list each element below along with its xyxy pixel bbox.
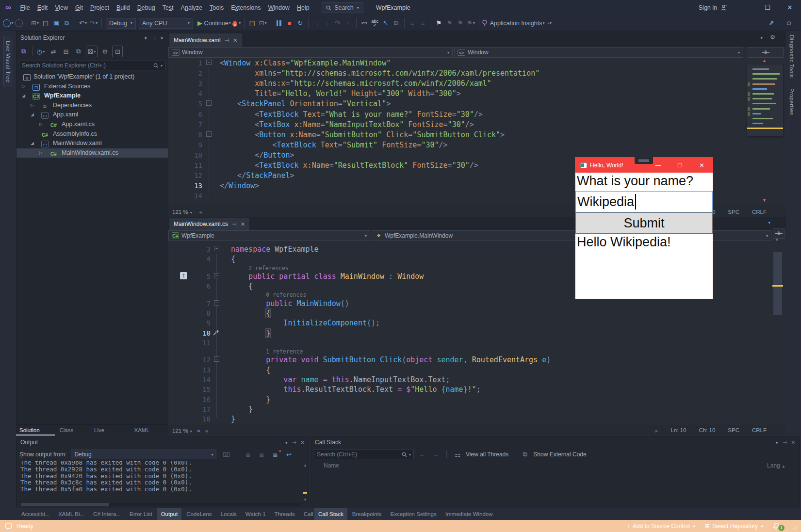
codelens-references[interactable]: 2 references [248,265,289,272]
clear-messages-icon[interactable]: ≣✕ [270,449,280,460]
scroll-left-icon[interactable]: ◂ [199,209,202,215]
code-line[interactable]: { [266,367,270,374]
code-line[interactable]: } [248,406,253,413]
code-line[interactable]: } [266,396,270,403]
tab-class-view[interactable]: Class View [56,425,90,435]
tab-output[interactable]: Output [157,508,182,520]
solution-platforms-dropdown[interactable]: Any CPU▾ [139,18,193,29]
pin-icon[interactable]: ⊣ [151,35,156,41]
step-out-icon[interactable]: ↑ [343,17,354,29]
code-line[interactable]: public partial class MainWindow : Window [248,273,424,280]
go-to-next-message-icon[interactable]: ≣ [256,449,267,460]
restart-icon[interactable]: ↻ [295,17,306,29]
window-position-icon[interactable]: ▾ [145,35,147,41]
fold-collapse-icon[interactable]: − [206,131,212,137]
menu-tools[interactable]: Tools [206,4,228,11]
tree-item-app-xaml-cs[interactable]: ▷C#App.xaml.cs [16,120,168,129]
step-into-icon[interactable]: ↓ [322,17,332,29]
stack-forward-icon[interactable]: → [430,449,441,460]
column-lang[interactable]: Lang ▲ [767,462,785,469]
code-line[interactable]: InitializeComponent(); [283,320,380,327]
code-line[interactable]: { [231,256,235,263]
format-indent-icon[interactable]: ≡ [407,17,418,29]
tree-item-mainwindow-xaml-cs[interactable]: ▷C#MainWindow.xaml.cs [16,148,168,158]
tab-breakpoints[interactable]: Breakpoints [348,508,386,520]
next-bookmark-icon[interactable]: ⚑ [455,17,466,29]
show-next-statement-icon[interactable]: → [311,17,322,29]
pending-changes-filter-icon[interactable]: ◷▾ [35,46,46,57]
view-all-threads-button[interactable]: View all Threads [466,451,508,458]
navigate-back-icon[interactable]: ←▾ [3,17,14,29]
menu-help[interactable]: Help [293,4,313,11]
fold-collapse-icon[interactable]: − [214,356,219,362]
continue-button[interactable]: ▶ Continue▾ [197,17,231,29]
search-box[interactable]: Search ▾ [322,2,363,13]
output-log[interactable]: The thread 0xa9b8 has exited with code 0… [18,461,301,505]
output-line[interactable]: The thread 0x9420 has exited with code 0… [20,472,192,480]
code-line[interactable]: <Window x:Class="WpfExample.MainWindow" [220,60,391,67]
window-position-icon[interactable]: ▾ [285,440,288,445]
code-line[interactable]: xmlns:x="http://schemas.microsoft.com/wi… [255,80,491,87]
tab-call-stack[interactable]: Call Stack [314,508,347,520]
selection-cursor-icon[interactable]: ↖ [380,17,391,29]
solution-search-input[interactable]: Search Solution Explorer (Ctrl+;) ▾ [19,61,165,70]
output-line[interactable]: The thread 0x3c8c has exited with code 0… [20,479,192,486]
word-wrap-icon[interactable]: ↩ [283,449,294,460]
scrollbar-up-icon[interactable]: ▲ [775,237,779,242]
application-insights-button[interactable]: Application Insights ▾≡▾ [482,17,552,29]
split-editor-button[interactable]: ⇕ [748,47,784,58]
format-outdent-icon[interactable]: ≡ [418,17,428,29]
code-line[interactable]: </Window> [220,182,259,190]
fold-collapse-icon[interactable]: − [206,100,212,106]
expand-icon[interactable]: ▷ [22,82,25,92]
scroll-left-icon[interactable]: ◂ [205,427,208,434]
select-repository-button[interactable]: ⊞ Select Repository ▲ [705,523,764,530]
go-to-message-icon[interactable]: ≣ [243,449,253,460]
find-in-files-icon[interactable]: ▤ [247,17,258,29]
wpf-app-window[interactable]: Hello, World! — ☐ ✕ What is your name? W… [575,157,713,299]
stack-back-icon[interactable]: ← [417,449,427,460]
codelens-references[interactable]: 1 reference [266,348,303,355]
copy-document-icon[interactable]: ⧉ [391,17,402,29]
collapse-icon[interactable]: ◢ [22,91,25,101]
code-line[interactable]: </Button> [255,152,294,159]
sync-with-active-document-icon[interactable]: ⇄ [48,46,59,57]
code-line[interactable]: <Button x:Name="SubmitButton" Click="Sub… [255,131,505,139]
menu-build[interactable]: Build [113,4,134,11]
output-line[interactable]: The thread 0x2928 has exited with code 0… [20,466,192,473]
collapse-icon[interactable]: ◢ [31,139,34,148]
wpf-maximize-button[interactable]: ☐ [669,162,691,169]
code-line[interactable]: var name = this.NameInputTextBox.Text; [283,376,450,384]
code-line[interactable]: Title="Hello, World!" Height="300" Width… [255,90,460,97]
inheritance-margin-icon[interactable]: ↥ [180,272,187,279]
code-line[interactable]: <TextBlock x:Name="ResultTextBlock" Font… [255,162,478,169]
preview-selected-items-icon[interactable]: ⊡ [112,46,123,57]
send-feedback-icon[interactable]: ☺ [784,17,794,29]
close-tab-icon[interactable]: ✕ [241,221,245,227]
menu-analyze[interactable]: Analyze [177,4,206,11]
code-line[interactable]: namespace WpfExample [231,246,319,253]
breadcrumb-project[interactable]: C# WpfExample▾ [168,230,370,241]
add-to-source-control-button[interactable]: ↑ Add to Source Control ▲ [627,522,696,530]
code-line[interactable]: public MainWindow() [266,300,349,307]
save-icon[interactable]: ▣ [51,17,62,29]
close-panel-icon[interactable]: ✕ [160,35,164,41]
switch-views-icon[interactable]: ⧉ [18,46,29,57]
properties-tab[interactable]: Properties [789,88,795,115]
intellicode-icon[interactable]: ≈▾ [359,17,370,29]
toggle-bookmark-icon[interactable]: ⚑ [434,17,444,29]
redo-icon[interactable]: ↷▾ [88,17,99,29]
show-external-code-button[interactable]: Show External Code [533,451,586,458]
codelens-references[interactable]: 0 references [266,291,306,298]
close-button[interactable]: ✕ [779,0,801,16]
solution-configurations-dropdown[interactable]: Debug▾ [106,18,136,29]
scroll-right-icon[interactable]: ▸ [655,427,658,434]
maximize-button[interactable]: ☐ [756,0,779,16]
live-visual-tree-tab[interactable]: Live Visual Tree [3,36,13,87]
show-all-files-icon[interactable]: ⧉ [73,46,84,57]
tree-item-solution-wpfexample-1-of-1-project-[interactable]: ⧈Solution 'WpfExample' (1 of 1 project) [16,72,168,82]
document-dropdown-icon[interactable]: ▾ [768,220,770,225]
tab-watch-1[interactable]: Watch 1 [242,508,270,520]
scrollbar-annotation-up-icon[interactable]: ▲ [762,58,767,63]
minimize-button[interactable]: – [734,0,756,16]
